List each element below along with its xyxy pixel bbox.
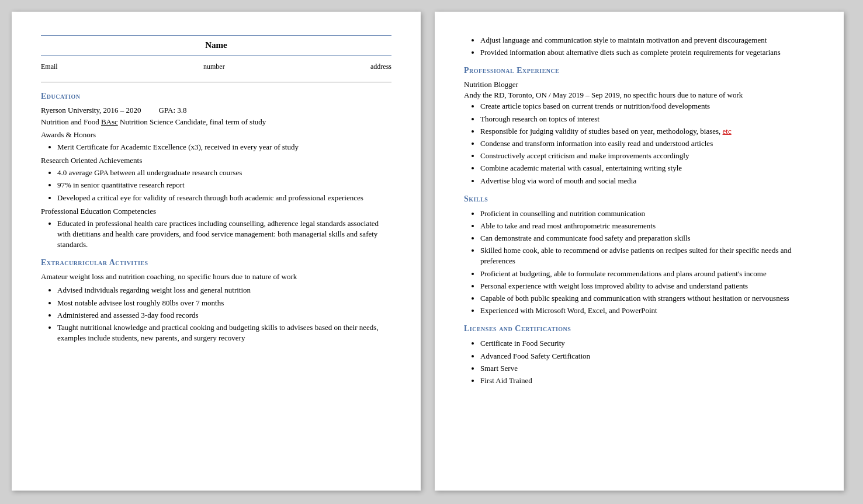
list-item: Most notable advisee lost roughly 80lbs … xyxy=(57,298,391,308)
left-page: Name Email number address Education Ryer… xyxy=(12,12,421,491)
page-container: Name Email number address Education Ryer… xyxy=(12,12,851,491)
awards-title: Awards & Honors xyxy=(41,130,391,140)
list-item: Proficient at budgeting, able to formula… xyxy=(480,269,815,279)
header-section: Name Email number address xyxy=(41,35,391,71)
list-item: Developed a critical eye for validity of… xyxy=(57,193,391,203)
job-title: Nutrition Blogger xyxy=(464,80,815,89)
etc-link: etc xyxy=(723,127,732,135)
intro-bullet-list: Adjust language and communication style … xyxy=(480,35,815,58)
prof-edu-list: Educated in professional health care pra… xyxy=(57,218,391,251)
list-item: Personal experience with weight loss imp… xyxy=(480,281,815,291)
list-item: Able to take and read most anthropometri… xyxy=(480,221,815,231)
header-contact: Email number address xyxy=(41,62,391,71)
list-item: Create article topics based on current t… xyxy=(480,101,815,112)
list-item: 97% in senior quantitative research repo… xyxy=(57,180,391,190)
header-name: Name xyxy=(41,40,391,50)
list-item: Advertise blog via word of mouth and soc… xyxy=(480,176,815,186)
extracurricular-list: Advised individuals regarding weight los… xyxy=(57,285,391,343)
edu-gpa: GPA: 3.8 xyxy=(159,106,187,115)
list-item: Condense and transform information into … xyxy=(480,138,815,149)
list-item: Administered and assessed 3-day food rec… xyxy=(57,310,391,321)
licenses-section: Licenses and Certifications Certificate … xyxy=(464,324,815,386)
skills-list: Proficient in counselling and nutrition … xyxy=(480,208,815,317)
skills-section: Skills Proficient in counselling and nut… xyxy=(464,194,815,317)
list-item: Can demonstrate and communicate food saf… xyxy=(480,233,815,244)
awards-list: Merit Certificate for Academic Excellenc… xyxy=(57,142,391,152)
list-item: Capable of both public speaking and comm… xyxy=(480,293,815,304)
list-item: Certificate in Food Security xyxy=(480,338,815,349)
licenses-title: Licenses and Certifications xyxy=(464,324,815,333)
list-item: Advanced Food Safety Certification xyxy=(480,351,815,362)
pro-exp-title: Professional Experience xyxy=(464,66,815,75)
main-divider xyxy=(41,82,391,82)
list-item: Provided information about alternative d… xyxy=(480,47,815,58)
list-item: Responsible for judging validity of stud… xyxy=(480,126,815,137)
list-item: Skilled home cook, able to recommend or … xyxy=(480,245,815,266)
list-item: 4.0 average GPA between all undergraduat… xyxy=(57,168,391,178)
list-item: Combine academic material with casual, e… xyxy=(480,163,815,173)
extracurricular-title: Extracurricular Activities xyxy=(41,258,391,267)
research-title: Research Oriented Achievements xyxy=(41,156,391,165)
skills-title: Skills xyxy=(464,194,815,204)
prof-edu-title: Professional Education Competencies xyxy=(41,207,391,216)
list-item: Educated in professional health care pra… xyxy=(57,218,391,251)
list-item: Smart Serve xyxy=(480,363,815,374)
list-item: Thorough research on topics of interest xyxy=(480,114,815,124)
intro-bullets-section: Adjust language and communication style … xyxy=(464,35,815,58)
header-line-bottom xyxy=(41,55,391,55)
pro-exp-list: Create article topics based on current t… xyxy=(480,101,815,186)
pro-exp-section: Professional Experience Nutrition Blogge… xyxy=(464,66,815,186)
extracurricular-desc: Amateur weight loss and nutrition coachi… xyxy=(41,272,391,281)
education-section: Education Ryerson University, 2016 – 202… xyxy=(41,92,391,250)
list-item: Advised individuals regarding weight los… xyxy=(57,285,391,296)
list-item: Experienced with Microsoft Word, Excel, … xyxy=(480,305,815,316)
research-list: 4.0 average GPA between all undergraduat… xyxy=(57,168,391,203)
header-line-top xyxy=(41,35,391,36)
extracurricular-section: Extracurricular Activities Amateur weigh… xyxy=(41,258,391,343)
list-item: Taught nutritional knowledge and practic… xyxy=(57,322,391,343)
list-item: Merit Certificate for Academic Excellenc… xyxy=(57,142,391,152)
edu-row: Ryerson University, 2016 – 2020 GPA: 3.8 xyxy=(41,106,391,115)
education-title: Education xyxy=(41,92,391,101)
header-email: Email xyxy=(41,62,58,71)
right-page: Adjust language and communication style … xyxy=(435,12,844,491)
header-number: number xyxy=(203,62,225,71)
employer: Andy the RD, Toronto, ON / May 2019 – Se… xyxy=(464,91,815,100)
edu-basc: BAsc xyxy=(101,117,118,126)
list-item: Proficient in counselling and nutrition … xyxy=(480,208,815,219)
list-item: Constructively accept criticism and make… xyxy=(480,151,815,161)
licenses-list: Certificate in Food Security Advanced Fo… xyxy=(480,338,815,386)
header-address: address xyxy=(370,62,391,71)
list-item: First Aid Trained xyxy=(480,376,815,386)
list-item: Adjust language and communication style … xyxy=(480,35,815,46)
edu-program: Nutrition and Food BAsc Nutrition Scienc… xyxy=(41,117,391,127)
edu-university: Ryerson University, 2016 – 2020 xyxy=(41,106,141,115)
